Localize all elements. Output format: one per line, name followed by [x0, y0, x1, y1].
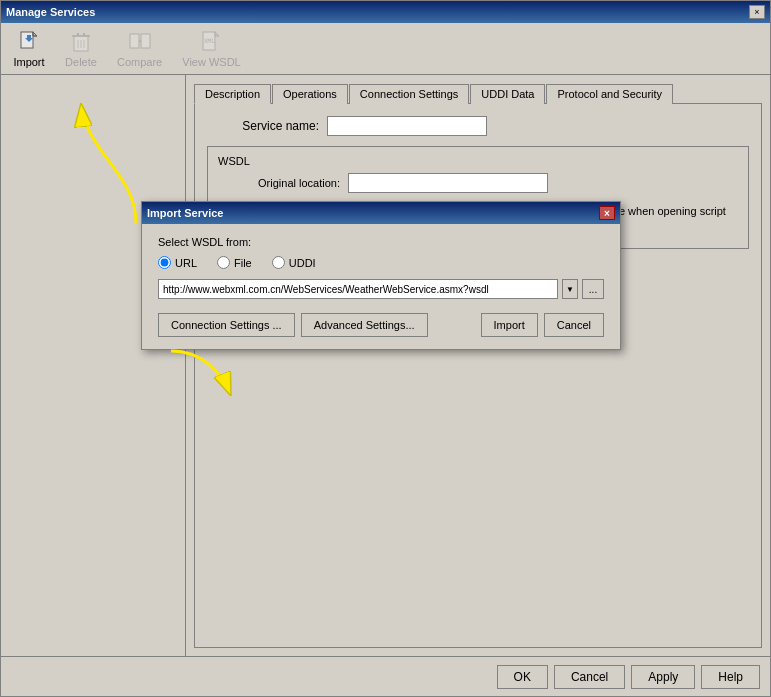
import-icon	[17, 30, 41, 54]
content-area: Description Operations Connection Settin…	[1, 75, 770, 656]
dialog-title-bar: Import Service ×	[142, 202, 620, 224]
advanced-settings-button[interactable]: Advanced Settings...	[301, 313, 428, 337]
help-button[interactable]: Help	[701, 665, 760, 689]
dialog-cancel-button[interactable]: Cancel	[544, 313, 604, 337]
tab-bar: Description Operations Connection Settin…	[194, 83, 762, 104]
file-radio-option: File	[217, 256, 252, 269]
service-name-input[interactable]	[327, 116, 487, 136]
service-name-label: Service name:	[207, 119, 327, 133]
url-input-row: ▼ ...	[158, 279, 604, 299]
tab-operations[interactable]: Operations	[272, 84, 348, 104]
dialog-right-buttons: Import Cancel	[481, 313, 604, 337]
connection-settings-button[interactable]: Connection Settings ...	[158, 313, 295, 337]
compare-tool-button[interactable]: Compare	[111, 28, 168, 70]
ok-button[interactable]: OK	[497, 665, 548, 689]
title-bar-controls: ×	[749, 5, 765, 19]
cancel-button[interactable]: Cancel	[554, 665, 625, 689]
uddi-radio-option: UDDI	[272, 256, 316, 269]
url-radio-label: URL	[175, 257, 197, 269]
uddi-radio[interactable]	[272, 256, 285, 269]
svg-marker-17	[215, 32, 219, 36]
compare-icon	[128, 30, 152, 54]
window-close-button[interactable]: ×	[749, 5, 765, 19]
tab-connection-settings[interactable]: Connection Settings	[349, 84, 469, 104]
compare-label: Compare	[117, 56, 162, 68]
title-bar: Manage Services ×	[1, 1, 770, 23]
right-panel: Description Operations Connection Settin…	[186, 75, 770, 656]
delete-tool-button[interactable]: Delete	[59, 28, 103, 70]
wsdl-legend: WSDL	[218, 155, 738, 167]
original-location-row: Original location:	[218, 173, 738, 193]
bottom-bar: OK Cancel Apply Help	[1, 656, 770, 696]
uddi-radio-label: UDDI	[289, 257, 316, 269]
delete-label: Delete	[65, 56, 97, 68]
dialog-close-button[interactable]: ×	[599, 206, 615, 220]
svg-text:XML: XML	[204, 37, 215, 44]
service-name-row: Service name:	[207, 116, 749, 136]
window-title: Manage Services	[6, 6, 95, 18]
toolbar: Import Delete	[1, 23, 770, 75]
svg-rect-13	[141, 34, 150, 48]
url-radio[interactable]	[158, 256, 171, 269]
dialog-action-row: Connection Settings ... Advanced Setting…	[158, 313, 604, 337]
import-tool-button[interactable]: Import	[7, 28, 51, 70]
select-wsdl-label: Select WSDL from:	[158, 236, 604, 248]
tab-uddi-data[interactable]: UDDI Data	[470, 84, 545, 104]
tab-description[interactable]: Description	[194, 84, 271, 104]
url-browse-button[interactable]: ...	[582, 279, 604, 299]
svg-marker-1	[33, 32, 37, 36]
dialog-import-button[interactable]: Import	[481, 313, 538, 337]
file-radio-label: File	[234, 257, 252, 269]
delete-icon	[69, 30, 93, 54]
import-label: Import	[13, 56, 44, 68]
url-dropdown-button[interactable]: ▼	[562, 279, 578, 299]
tab-content-description: Service name: WSDL Original location: La…	[194, 104, 762, 648]
apply-button[interactable]: Apply	[631, 665, 695, 689]
import-dialog: Import Service × Select WSDL from: URL F…	[141, 201, 621, 350]
left-panel	[1, 75, 186, 656]
radio-row: URL File UDDI	[158, 256, 604, 269]
original-location-label: Original location:	[218, 177, 348, 189]
view-wsdl-label: View WSDL	[182, 56, 240, 68]
dialog-body: Select WSDL from: URL File UDDI	[142, 224, 620, 349]
tab-protocol-security[interactable]: Protocol and Security	[546, 84, 673, 104]
view-wsdl-tool-button[interactable]: XML View WSDL	[176, 28, 246, 70]
url-radio-option: URL	[158, 256, 197, 269]
dialog-title: Import Service	[147, 207, 223, 219]
view-wsdl-icon: XML	[199, 30, 223, 54]
original-location-input[interactable]	[348, 173, 548, 193]
file-radio[interactable]	[217, 256, 230, 269]
dialog-left-buttons: Connection Settings ... Advanced Setting…	[158, 313, 428, 337]
svg-rect-12	[130, 34, 139, 48]
url-input[interactable]	[158, 279, 558, 299]
